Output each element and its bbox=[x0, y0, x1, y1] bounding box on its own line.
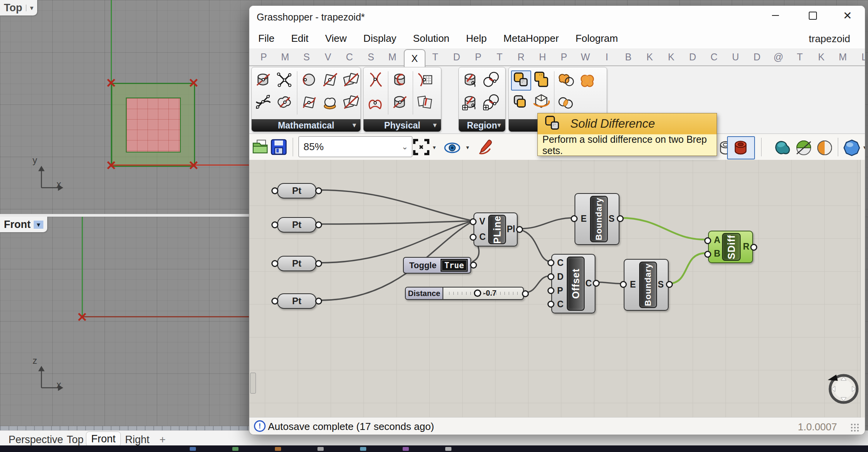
taskbar-app-icon[interactable] bbox=[190, 447, 196, 451]
input-nub[interactable] bbox=[547, 301, 554, 308]
point-param[interactable]: Pt bbox=[277, 293, 316, 309]
param-output-nub[interactable] bbox=[315, 298, 322, 305]
axis-label-x: x bbox=[57, 379, 61, 390]
viewport-title-front[interactable]: Front ▼ bbox=[0, 217, 47, 232]
wire-boundary1-sdiff bbox=[620, 218, 705, 240]
taskbar-app-icon[interactable] bbox=[360, 447, 366, 451]
output-nub[interactable] bbox=[593, 280, 600, 287]
param-input-nub[interactable] bbox=[271, 298, 278, 305]
canvas-vertical-scrollbar-thumb[interactable] bbox=[250, 373, 256, 394]
param-input-nub[interactable] bbox=[271, 187, 278, 194]
output-nub[interactable] bbox=[522, 290, 529, 297]
viewport-tab-front[interactable]: Front bbox=[86, 431, 121, 447]
desktop: y x Top ▼ z x Front ▼ PerspectiveTopFron… bbox=[0, 0, 868, 452]
solid-difference-component[interactable]: A B SDiff R bbox=[708, 231, 753, 263]
point-marker bbox=[77, 312, 87, 322]
param-output-nub[interactable] bbox=[315, 187, 322, 194]
port-label: P bbox=[557, 286, 563, 296]
param-input-nub[interactable] bbox=[271, 221, 278, 228]
output-nub[interactable] bbox=[470, 262, 477, 269]
taskbar-app-icon[interactable] bbox=[317, 447, 324, 451]
viewport-divider[interactable] bbox=[0, 214, 249, 217]
front-view-z-axis-line bbox=[82, 217, 83, 317]
polyline-component[interactable]: V C PLine Pl bbox=[473, 212, 518, 247]
offset-component[interactable]: C D P C Offset C bbox=[551, 254, 595, 313]
wire-offset-boundary2 bbox=[596, 282, 623, 284]
solid-difference-icon bbox=[543, 115, 562, 133]
wires-layer bbox=[249, 6, 865, 435]
param-output-nub[interactable] bbox=[315, 260, 322, 267]
port-label: R bbox=[743, 241, 750, 252]
ruler-strip bbox=[0, 426, 249, 430]
component-tooltip: Solid Difference Perform a solid differe… bbox=[537, 113, 717, 156]
boundary-component[interactable]: E Boundary S bbox=[575, 193, 619, 245]
input-nub[interactable] bbox=[470, 218, 477, 225]
boolean-toggle[interactable]: Toggle True bbox=[403, 257, 471, 274]
component-name-label: Boundary bbox=[590, 196, 608, 242]
canvas-right-scrollbar[interactable] bbox=[860, 160, 865, 418]
wire-pt1-pline bbox=[320, 190, 470, 220]
viewport-menu-arrow-icon[interactable]: ▼ bbox=[34, 221, 43, 229]
viewport-tab-perspective[interactable]: Perspective bbox=[9, 434, 61, 446]
component-name-label: SDiff bbox=[722, 233, 741, 261]
point-param[interactable]: Pt bbox=[277, 217, 316, 233]
front-view-x-axis-line bbox=[82, 316, 249, 317]
point-marker bbox=[189, 78, 198, 87]
output-nub[interactable] bbox=[666, 281, 673, 288]
input-nub[interactable] bbox=[704, 251, 711, 258]
canvas-compass-widget[interactable] bbox=[826, 372, 860, 406]
input-nub[interactable] bbox=[547, 273, 554, 280]
wire-pline-offset bbox=[519, 229, 550, 262]
param-output-nub[interactable] bbox=[315, 221, 322, 228]
point-param[interactable]: Pt bbox=[277, 183, 316, 199]
wire-slider-offset bbox=[525, 276, 550, 293]
input-nub[interactable] bbox=[547, 287, 554, 294]
input-nub[interactable] bbox=[547, 259, 554, 266]
tooltip-header: Solid Difference bbox=[538, 113, 717, 134]
cplane-axis-gizmo bbox=[37, 361, 72, 392]
number-slider[interactable]: Distance -0.7 bbox=[405, 287, 524, 300]
wire-boundary2-sdiff bbox=[668, 253, 705, 284]
component-name-label: PLine bbox=[488, 215, 506, 244]
input-nub[interactable] bbox=[704, 237, 711, 244]
taskbar-app-icon[interactable] bbox=[275, 447, 281, 451]
new-viewport-tab-button[interactable]: + bbox=[157, 434, 168, 446]
port-label: E bbox=[630, 279, 636, 290]
input-nub[interactable] bbox=[470, 234, 477, 241]
axis-label-x: x bbox=[57, 179, 61, 190]
input-nub[interactable] bbox=[571, 215, 578, 222]
output-nub[interactable] bbox=[617, 215, 624, 222]
toggle-label: Toggle bbox=[409, 260, 436, 271]
windows-taskbar[interactable] bbox=[0, 445, 868, 452]
input-nub[interactable] bbox=[620, 281, 627, 288]
grasshopper-window: Grasshopper - trapezoid* ✕ FileEditViewD… bbox=[249, 5, 865, 435]
slider-knob[interactable] bbox=[474, 289, 481, 297]
port-label: C bbox=[479, 232, 486, 242]
cplane-axis-gizmo bbox=[37, 161, 72, 192]
point-param[interactable]: Pt bbox=[277, 256, 316, 271]
component-name-label: Boundary bbox=[639, 262, 657, 308]
toggle-value-box[interactable]: True bbox=[441, 259, 468, 272]
viewport-tab-right[interactable]: Right bbox=[125, 434, 149, 446]
port-label: S bbox=[609, 214, 614, 224]
axis-label-z: z bbox=[33, 355, 37, 366]
viewport-menu-arrow-icon[interactable]: ▼ bbox=[26, 5, 34, 11]
slider-value[interactable]: -0.7 bbox=[483, 289, 496, 298]
viewport-title-top[interactable]: Top ▼ bbox=[0, 0, 37, 15]
port-label: E bbox=[581, 214, 587, 224]
taskbar-app-icon[interactable] bbox=[403, 447, 409, 451]
param-input-nub[interactable] bbox=[271, 260, 278, 267]
boundary-component[interactable]: E Boundary S bbox=[624, 259, 669, 311]
taskbar-app-icon[interactable] bbox=[445, 447, 451, 451]
point-marker bbox=[189, 161, 198, 170]
viewport-tab-top[interactable]: Top bbox=[65, 434, 85, 446]
taskbar-app-icon[interactable] bbox=[232, 447, 238, 451]
point-marker bbox=[106, 161, 116, 170]
point-marker bbox=[106, 78, 116, 87]
output-nub[interactable] bbox=[750, 244, 757, 251]
cursor-arrow-icon bbox=[828, 375, 838, 381]
port-label: A bbox=[714, 235, 720, 245]
tooltip-description: Perform a solid difference on two Brep s… bbox=[538, 134, 717, 156]
slider-name-section: Distance bbox=[406, 288, 443, 299]
output-nub[interactable] bbox=[516, 226, 523, 233]
